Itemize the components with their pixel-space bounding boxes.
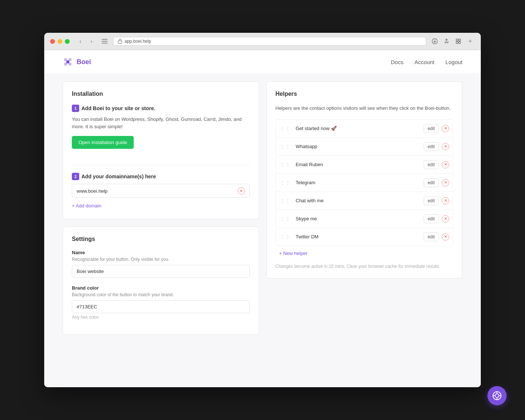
traffic-light-red[interactable] [50,39,55,44]
svg-rect-13 [66,60,69,63]
traffic-light-green[interactable] [65,39,70,44]
drag-handle[interactable]: ⋮⋮ [280,234,291,240]
app-nav: Docs Account Logout [391,59,462,65]
main-layout: Installation 1 Add Boei to your site or … [44,74,481,387]
edit-helper-button[interactable]: edit [424,214,439,223]
page-content: Boei Docs Account Logout Installation 1 … [44,50,481,387]
app-header: Boei Docs Account Logout [44,50,481,74]
nav-arrows: ‹ › [76,36,96,46]
helper-name: Twitter DM [296,234,424,239]
helper-row: ⋮⋮ Telegram edit ✕ [276,174,453,192]
right-panel: Helpers Helpers are the contact options … [266,81,463,372]
domain-input[interactable] [77,188,238,194]
helper-row: ⋮⋮ Skype me edit ✕ [276,210,453,228]
step1-number: 1 [72,105,79,112]
helper-name: Telegram [296,180,424,185]
boei-logo-icon [63,57,73,67]
traffic-lights [50,39,70,44]
helpers-card: Helpers Helpers are the contact options … [266,81,463,279]
helper-row: ⋮⋮ Whatsapp edit ✕ [276,138,453,156]
url-bar[interactable]: app.boei.help [113,37,426,46]
forward-button[interactable]: › [87,36,96,46]
name-field-label: Name [72,250,250,255]
back-button[interactable]: ‹ [76,36,85,46]
brand-color-label: Brand color [72,285,250,291]
edit-helper-button[interactable]: edit [424,196,439,205]
svg-rect-8 [459,42,461,43]
delete-helper-button[interactable]: ✕ [442,125,449,132]
svg-rect-6 [459,39,461,41]
step2-heading: 2 Add your domainname(s) here [72,173,250,180]
step2-number: 2 [72,173,79,180]
step1-description: You can install Boei on Wordpress, Shopi… [72,116,250,130]
helper-row: ⋮⋮ Twitter DM edit ✕ [276,228,453,246]
edit-helper-button[interactable]: edit [424,124,439,133]
brand-color-hint: Any hex color. [72,315,250,320]
helpers-list: ⋮⋮ Get started now 🚀 edit ✕ ⋮⋮ Whatsapp … [276,119,454,246]
add-domain-button[interactable]: + Add domain [72,202,101,210]
download-icon[interactable] [430,36,440,46]
name-input[interactable] [72,265,250,278]
settings-card: Settings Name Recognizable for your butt… [63,227,259,335]
add-tab-icon[interactable]: + [465,36,475,46]
brand-color-input[interactable] [72,300,250,313]
new-tab-icon[interactable] [454,36,463,46]
svg-point-15 [495,394,499,398]
delete-helper-button[interactable]: ✕ [442,143,449,150]
svg-rect-3 [118,41,122,43]
edit-helper-button[interactable]: edit [424,232,439,241]
nav-account[interactable]: Account [414,59,434,65]
lock-icon [118,39,122,44]
brand-color-desc: Background color of the button to match … [72,292,250,297]
settings-title: Settings [72,236,250,242]
edit-helper-button[interactable]: edit [424,142,439,151]
nav-logout[interactable]: Logout [445,59,462,65]
step1-text: Add Boei to your site or store. [81,105,155,111]
edit-helper-button[interactable]: edit [424,160,439,169]
installation-card: Installation 1 Add Boei to your site or … [63,81,259,219]
sidebar-toggle[interactable] [100,36,109,46]
remove-domain-button[interactable]: ✕ [238,187,245,195]
drag-handle[interactable]: ⋮⋮ [280,216,291,222]
new-helper-button[interactable]: + New helper [276,246,311,258]
helper-row: ⋮⋮ Email Ruben edit ✕ [276,156,453,174]
step1-heading: 1 Add Boei to your site or store. [72,105,250,112]
helper-name: Whatsapp [296,144,424,149]
drag-handle[interactable]: ⋮⋮ [280,162,291,168]
drag-handle[interactable]: ⋮⋮ [280,198,291,204]
installation-title: Installation [72,91,250,97]
share-icon[interactable] [442,36,451,46]
browser-actions: + [430,36,475,46]
nav-docs[interactable]: Docs [391,59,403,65]
browser-chrome: ‹ › app.boei.help [44,33,481,50]
drag-handle[interactable]: ⋮⋮ [280,126,291,132]
traffic-light-yellow[interactable] [57,39,62,44]
helper-row: ⋮⋮ Get started now 🚀 edit ✕ [276,120,453,138]
drag-handle[interactable]: ⋮⋮ [280,144,291,150]
lifebuoy-icon [492,391,502,401]
svg-rect-5 [456,39,458,41]
helper-name: Email Ruben [296,162,424,167]
edit-helper-button[interactable]: edit [424,178,439,187]
open-installation-guide-button[interactable]: Open installation guide [72,136,134,149]
helper-name: Skype me [296,216,424,221]
delete-helper-button[interactable]: ✕ [442,233,449,241]
helpers-description: Helpers are the contact options visitors… [276,105,454,112]
name-field-desc: Recognizable for your button. Only visib… [72,257,250,262]
floating-boei-button[interactable] [487,386,507,405]
logo-text: Boei [77,58,91,66]
delete-helper-button[interactable]: ✕ [442,179,449,186]
step2-text: Add your domainname(s) here [81,174,156,179]
delete-helper-button[interactable]: ✕ [442,197,449,204]
delete-helper-button[interactable]: ✕ [442,161,449,168]
helpers-title: Helpers [276,91,454,97]
domain-input-row: ✕ [72,184,250,198]
left-panel: Installation 1 Add Boei to your site or … [63,81,259,372]
svg-rect-2 [102,43,108,43]
step-divider [72,165,250,165]
drag-handle[interactable]: ⋮⋮ [280,180,291,186]
cache-note: Changes become active in 15 mins. Clear … [276,263,454,270]
url-text: app.boei.help [125,39,151,44]
helper-name: Chat with me [296,198,424,203]
delete-helper-button[interactable]: ✕ [442,215,449,223]
